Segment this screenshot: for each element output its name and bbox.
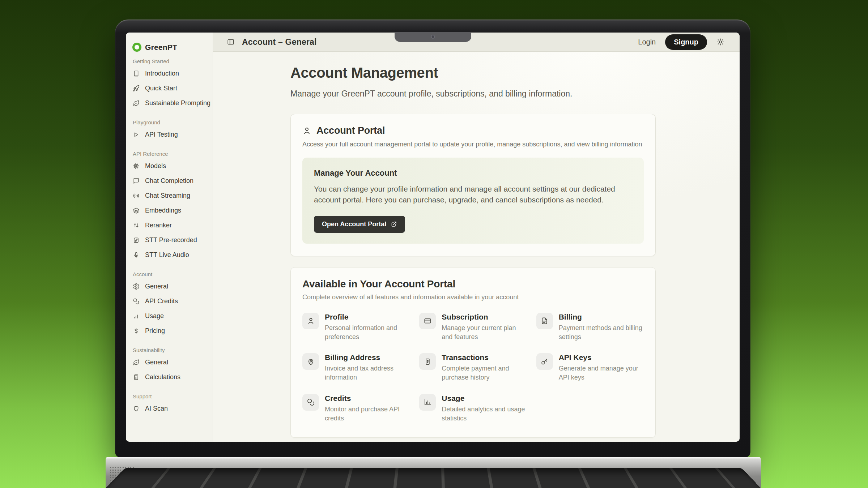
book-icon [133,70,140,77]
sidebar-section-account: Account General API Credits Usage Pricin… [126,271,213,338]
sidebar-item-stt-live-audio[interactable]: STT Live Audio [126,248,213,262]
laptop-deck [106,457,761,488]
topbar: Account – General Login Signup [213,33,740,52]
sidebar-item-label: Sustainable Prompting [145,99,210,107]
sidebar-item-label: API Testing [145,131,178,138]
sidebar-section-support: Support AI Scan [126,393,213,416]
sidebar-item-models[interactable]: Models [126,159,213,174]
broadcast-icon [133,192,140,199]
main-scroll-area[interactable]: Account Management Manage your GreenPT a… [213,52,740,442]
sidebar-item-api-testing[interactable]: API Testing [126,127,213,142]
features-card: Available in Your Account Portal Complet… [290,267,656,438]
logo[interactable]: GreenPT [126,40,213,58]
login-link[interactable]: Login [638,38,656,46]
signup-button[interactable]: Signup [665,34,707,50]
sidebar-item-usage[interactable]: Usage [126,309,213,324]
feature-icon-tile [302,394,319,411]
sidebar-item-stt-prerecorded[interactable]: STT Pre-recorded [126,233,213,248]
feature-api-keys: API Keys Generate and manage your API ke… [536,353,644,382]
sidebar-item-introduction[interactable]: Introduction [126,66,213,81]
shield-icon [133,405,140,412]
sidebar-item-reranker[interactable]: Reranker [126,218,213,233]
sidebar-item-label: Quick Start [145,85,177,92]
sidebar-item-label: STT Pre-recorded [145,236,197,244]
sidebar-section-getting-started: Getting Started Introduction Quick Start… [126,58,213,111]
sidebar-item-label: General [145,359,168,366]
feature-description: Detailed analytics and usage statistics [442,405,527,423]
browser-viewport: GreenPT Getting Started Introduction Qui… [126,33,740,442]
features-card-title: Available in Your Account Portal [302,278,644,290]
sidebar-item-chat-streaming[interactable]: Chat Streaming [126,188,213,203]
rocket-icon [133,85,140,92]
key-icon [540,358,549,366]
sidebar-section-sustainability: Sustainability General Calculations [126,347,213,385]
sidebar-item-sustainable-prompting[interactable]: Sustainable Prompting [126,96,213,111]
feature-description: Manage your current plan and features [442,324,527,342]
coins-icon [133,298,140,305]
sidebar-item-label: STT Live Audio [145,251,189,259]
sidebar-item-pricing[interactable]: Pricing [126,324,213,338]
sidebar-item-account-general[interactable]: General [126,279,213,294]
sidebar-item-label: Models [145,162,166,170]
user-icon [302,126,311,135]
sidebar-item-label: Embeddings [145,207,181,214]
sidebar-section-api-reference: API Reference Models Chat Completion Cha… [126,151,213,262]
account-portal-description: Access your full account management port… [302,141,644,148]
feature-billing: Billing Payment methods and billing sett… [536,313,644,342]
sidebar-item-quick-start[interactable]: Quick Start [126,81,213,96]
gear-icon [133,283,140,290]
manage-account-panel: Manage Your Account You can change your … [302,158,644,244]
feature-icon-tile [302,353,319,370]
feature-credits: Credits Monitor and purchase API credits [302,394,410,423]
sidebar-item-api-credits[interactable]: API Credits [126,294,213,309]
section-label: Playground [126,119,213,125]
sidebar-item-embeddings[interactable]: Embeddings [126,203,213,218]
section-label: Sustainability [126,347,213,353]
sidebar-item-ai-scan[interactable]: AI Scan [126,401,213,416]
feature-transactions: Transactions Complete payment and purcha… [419,353,527,382]
feature-description: Complete payment and purchase history [442,364,527,382]
theme-toggle[interactable] [716,38,724,46]
microphone-icon [133,252,140,258]
sidebar-item-label: Chat Streaming [145,192,190,200]
sidebar-item-label: Pricing [145,327,165,335]
feature-title: Billing [559,313,644,321]
feature-icon-tile [536,353,553,370]
feature-icon-tile [419,353,436,370]
sidebar-item-label: Reranker [145,222,172,229]
map-pin-icon [307,358,315,366]
feature-grid: Profile Personal information and prefere… [302,313,644,423]
open-account-portal-button[interactable]: Open Account Portal [314,216,405,233]
feature-profile: Profile Personal information and prefere… [302,313,410,342]
external-link-icon [391,221,397,227]
manage-account-body: You can change your profile information … [314,184,632,206]
sidebar: GreenPT Getting Started Introduction Qui… [126,33,213,442]
page-title: Account Management [290,65,740,81]
bar-chart-icon [133,313,140,320]
feature-usage: Usage Detailed analytics and usage stati… [419,394,527,423]
laptop: GreenPT Getting Started Introduction Qui… [115,20,750,458]
laptop-notch [395,32,471,42]
user-icon [307,317,315,325]
feature-title: Subscription [442,313,527,321]
sidebar-item-chat-completion[interactable]: Chat Completion [126,174,213,188]
panel-toggle-icon[interactable] [227,38,235,46]
section-label: Getting Started [126,58,213,64]
feature-title: Transactions [442,353,527,362]
layers-icon [133,207,140,214]
feature-billing-address: Billing Address Invoice and tax address … [302,353,410,382]
manage-account-title: Manage Your Account [314,168,632,178]
audio-file-icon [133,237,140,244]
page-subtitle: Manage your GreenPT account profile, sub… [290,89,740,99]
sidebar-item-calculations[interactable]: Calculations [126,370,213,385]
document-icon [540,317,549,325]
leaf-icon [133,100,140,107]
feature-description: Monitor and purchase API credits [325,405,410,423]
message-icon [133,177,140,184]
cpu-icon [133,163,140,170]
section-label: Support [126,393,213,399]
section-label: API Reference [126,151,213,157]
credit-card-icon [424,317,432,325]
sidebar-item-sustainability-general[interactable]: General [126,355,213,370]
sidebar-item-label: AI Scan [145,405,168,412]
